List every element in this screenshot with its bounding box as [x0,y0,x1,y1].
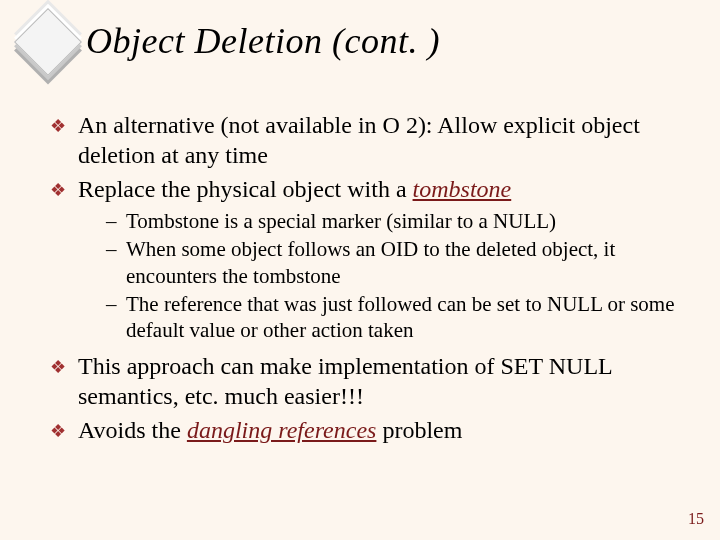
bullet-text: This approach can make implementation of… [78,351,680,411]
bullet-text: The reference that was just followed can… [126,291,680,344]
list-item: ❖ Avoids the dangling references problem [50,415,680,445]
title-row: Object Deletion (cont. ) [14,18,700,66]
bullet-text-fragment: Avoids the [78,417,187,443]
sub-list: – Tombstone is a special marker (similar… [106,208,680,343]
dash-bullet-icon: – [106,208,126,234]
bullet-text: Tombstone is a special marker (similar t… [126,208,680,234]
dash-bullet-icon: – [106,291,126,344]
list-item: ❖ Replace the physical object with a tom… [50,174,680,204]
page-number: 15 [688,510,704,528]
bullet-text: Avoids the dangling references problem [78,415,680,445]
slide-title: Object Deletion (cont. ) [86,22,440,62]
diamond-bullet-icon: ❖ [50,110,78,170]
list-item: ❖ This approach can make implementation … [50,351,680,411]
diamond-icon [14,8,82,76]
underlined-term: tombstone [413,176,512,202]
list-item: ❖ An alternative (not available in O 2):… [50,110,680,170]
list-item: – The reference that was just followed c… [106,291,680,344]
slide-body: ❖ An alternative (not available in O 2):… [50,110,680,449]
list-item: – Tombstone is a special marker (similar… [106,208,680,234]
bullet-text: Replace the physical object with a tombs… [78,174,680,204]
bullet-text: An alternative (not available in O 2): A… [78,110,680,170]
bullet-text: When some object follows an OID to the d… [126,236,680,289]
diamond-bullet-icon: ❖ [50,174,78,204]
diamond-bullet-icon: ❖ [50,415,78,445]
bullet-text-fragment: problem [376,417,462,443]
list-item: – When some object follows an OID to the… [106,236,680,289]
dash-bullet-icon: – [106,236,126,289]
bullet-text-fragment: Replace the physical object with a [78,176,413,202]
slide: Object Deletion (cont. ) ❖ An alternativ… [0,0,720,540]
diamond-bullet-icon: ❖ [50,351,78,411]
underlined-term: dangling references [187,417,377,443]
